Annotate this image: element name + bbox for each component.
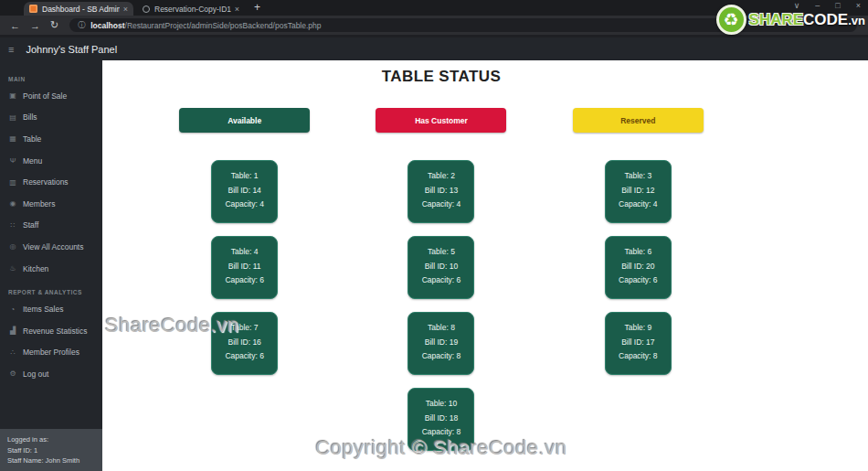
logo-code-text: CODE [803,11,848,29]
legend-reserved-button[interactable]: Reserved [573,108,704,133]
sidebar-section-main: MAIN [8,76,102,82]
sidebar-item-label: Log out [23,369,48,379]
hamburger-icon[interactable]: ≡ [8,44,14,55]
tab-dashboard[interactable]: Dashboard - SB Admin × [24,2,133,16]
sidebar-item-label: Menu [23,156,42,166]
table-card-5[interactable]: Table: 5 Bill ID: 10 Capacity: 6 [408,236,474,299]
sidebar-item-label: Bills [23,112,37,122]
table-card-1[interactable]: Table: 1 Bill ID: 14 Capacity: 4 [211,160,278,223]
site-info-icon[interactable]: ⓘ [78,20,85,30]
sidebar-item-kitchen[interactable]: ♨ Kitchen [0,258,102,280]
table-number: Table: 6 [606,245,671,260]
table-capacity: Capacity: 6 [606,273,671,288]
sidebar-item-point-of-sale[interactable]: ▣ Point of Sale [0,85,102,107]
table-icon: ▦ [8,134,17,143]
status-legend: Available Has Customer Reserved [146,108,736,133]
legend-has-customer-button[interactable]: Has Customer [376,108,506,133]
table-number: Table: 3 [606,169,671,184]
sidebar-item-label: Items Sales [23,305,63,314]
sidebar-item-revenue-statistics[interactable]: ▟ Revenue Statistics [0,320,102,342]
back-button[interactable]: ← [10,20,20,31]
sidebar-item-label: Kitchen [23,264,48,273]
main-content: TABLE STATUS Available Has Customer Rese… [102,60,868,471]
table-number: Table: 4 [212,245,277,260]
table-capacity: Capacity: 8 [408,425,473,440]
table-number: Table: 5 [408,245,473,260]
table-card-9[interactable]: Table: 9 Bill ID: 17 Capacity: 8 [605,312,672,375]
sidebar-item-log-out[interactable]: ⚙ Log out [0,363,102,385]
tab-close-icon[interactable]: × [123,5,128,14]
tab-reservation[interactable]: Reservation-Copy-ID1520232.p × [137,2,245,16]
sidebar-item-staff[interactable]: ∷ Staff [0,215,102,237]
staff-id-value: Staff ID: 1 [7,445,102,456]
sidebar-item-table[interactable]: ▦ Table [0,128,102,150]
kitchen-icon: ♨ [8,264,17,273]
sidebar-item-bills[interactable]: ▤ Bills [0,107,102,129]
items-sales-icon: ◔ [8,305,17,314]
table-number: Table: 2 [408,169,473,184]
url-host: localhost [90,21,124,30]
tab-close-icon[interactable]: × [235,5,239,14]
reload-button[interactable]: ↻ [50,19,58,31]
table-capacity: Capacity: 6 [212,273,277,288]
sidebar-item-menu[interactable]: Ψ Menu [0,150,102,172]
table-number: Table: 9 [606,321,671,336]
sidebar-item-label: Point of Sale [23,91,67,101]
tab-title: Reservation-Copy-ID1520232.p [154,5,231,14]
table-card-10[interactable]: Table: 10 Bill ID: 18 Capacity: 8 [408,388,474,451]
staff-icon: ∷ [8,221,17,230]
logged-in-as-label: Logged in as: [7,434,102,445]
staff-name-value: Staff Name: John Smith [7,455,102,466]
table-bill-id: Bill ID: 14 [212,184,277,198]
sharecode-logo: ♻ SHARECODE.vn [716,5,865,35]
sharecode-logo-text: SHARECODE.vn [749,11,865,29]
sidebar-item-members[interactable]: ◉ Members [0,193,102,215]
menu-icon: Ψ [8,156,17,165]
sidebar-item-reservations[interactable]: ▥ Reservations [0,171,102,193]
table-capacity: Capacity: 8 [606,349,671,364]
logo-share-text: SHARE [749,11,804,29]
table-card-2[interactable]: Table: 2 Bill ID: 13 Capacity: 4 [408,160,474,223]
table-number: Table: 1 [212,169,277,184]
sb-admin-favicon-icon [29,5,37,13]
sidebar-item-view-all-accounts[interactable]: ◎ View All Accounts [0,236,102,258]
legend-available-button[interactable]: Available [179,108,310,133]
table-bill-id: Bill ID: 16 [212,336,277,350]
sidebar-item-label: Member Profiles [23,348,79,357]
bills-icon: ▤ [8,113,17,122]
logout-icon: ⚙ [8,369,17,378]
table-card-7[interactable]: Table: 7 Bill ID: 16 Capacity: 6 [211,312,278,375]
table-bill-id: Bill ID: 10 [408,260,473,274]
table-card-4[interactable]: Table: 4 Bill ID: 11 Capacity: 6 [211,236,278,299]
table-capacity: Capacity: 8 [408,349,473,364]
app-navbar: ≡ Johnny's Staff Panel [0,37,868,60]
table-capacity: Capacity: 4 [408,198,473,212]
sidebar-footer: Logged in as: Staff ID: 1 Staff Name: Jo… [0,429,102,471]
page-title: TABLE STATUS [146,68,736,86]
sidebar-item-label: Staff [23,220,38,230]
table-capacity: Capacity: 6 [212,349,277,364]
table-bill-id: Bill ID: 18 [408,412,473,426]
table-card-8[interactable]: Table: 8 Bill ID: 19 Capacity: 8 [408,312,474,375]
tab-title: Dashboard - SB Admin [42,5,120,14]
sidebar-item-items-sales[interactable]: ◔ Items Sales [0,298,102,320]
table-number: Table: 10 [408,397,473,412]
table-capacity: Capacity: 6 [408,273,473,288]
sidebar-item-member-profiles[interactable]: ∴ Member Profiles [0,342,102,364]
sidebar-item-label: View All Accounts [23,242,83,252]
table-number: Table: 7 [212,321,277,336]
sidebar-item-label: Table [23,134,41,144]
table-bill-id: Bill ID: 13 [408,184,473,198]
logo-vn-text: .vn [848,14,865,27]
table-card-3[interactable]: Table: 3 Bill ID: 12 Capacity: 4 [605,160,672,223]
table-grid: Table: 1 Bill ID: 14 Capacity: 4 Table: … [146,160,736,451]
point-of-sale-icon: ▣ [8,91,17,100]
recycle-logo-icon: ♻ [716,5,746,35]
eye-icon: ◎ [8,242,17,251]
table-bill-id: Bill ID: 20 [606,260,671,274]
table-card-6[interactable]: Table: 6 Bill ID: 20 Capacity: 6 [605,236,672,299]
new-tab-button[interactable]: + [254,1,260,14]
members-icon: ◉ [8,199,17,208]
forward-button[interactable]: → [30,20,40,31]
reservations-icon: ▥ [8,178,17,187]
